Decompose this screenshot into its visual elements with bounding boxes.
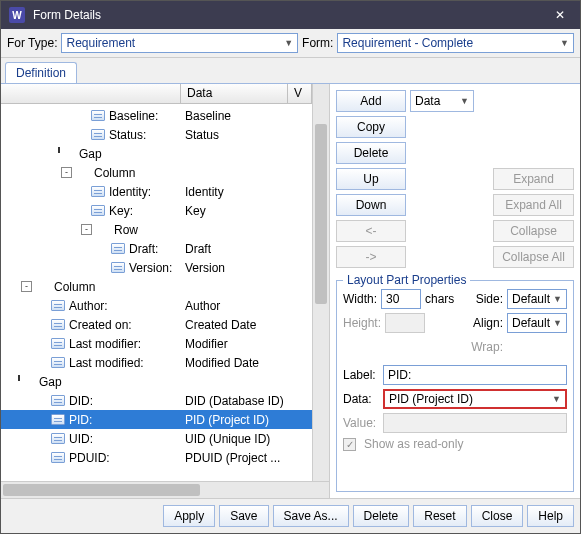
form-combo[interactable]: Requirement - Complete ▼ <box>337 33 574 53</box>
width-input[interactable]: 30 <box>381 289 421 309</box>
close-icon[interactable]: ✕ <box>548 8 572 22</box>
field-icon <box>51 319 65 330</box>
tree-row-data: PID (Project ID) <box>181 413 312 427</box>
tree-row-label: Column <box>94 166 135 180</box>
tree-row-data: Identity <box>181 185 312 199</box>
field-icon <box>51 338 65 349</box>
field-icon <box>51 433 65 444</box>
align-select[interactable]: Default▼ <box>507 313 567 333</box>
tree-row[interactable]: Draft:Draft <box>1 239 312 258</box>
readonly-checkbox: ✓ <box>343 438 356 451</box>
save-button[interactable]: Save <box>219 505 268 527</box>
footer: Apply Save Save As... Delete Reset Close… <box>1 498 580 533</box>
tree-row[interactable]: Version:Version <box>1 258 312 277</box>
tree-row-data: PDUID (Project ... <box>181 451 312 465</box>
tree-row-data: Author <box>181 299 312 313</box>
gap-icon <box>21 376 35 387</box>
for-type-combo[interactable]: Requirement ▼ <box>61 33 298 53</box>
for-type-value: Requirement <box>66 36 135 50</box>
chevron-down-icon: ▼ <box>284 38 293 48</box>
collapse-all-button[interactable]: Collapse All <box>493 246 574 268</box>
move-right-button[interactable]: -> <box>336 246 406 268</box>
tree-header-col1[interactable] <box>1 84 181 103</box>
tree-row[interactable]: -Column <box>1 277 312 296</box>
tree-row[interactable]: PID:PID (Project ID) <box>1 410 312 429</box>
tree-row-label: Last modified: <box>69 356 144 370</box>
field-icon <box>91 186 105 197</box>
expand-button[interactable]: Expand <box>493 168 574 190</box>
save-as-button[interactable]: Save As... <box>273 505 349 527</box>
toolbar: For Type: Requirement ▼ Form: Requiremen… <box>1 29 580 58</box>
apply-button[interactable]: Apply <box>163 505 215 527</box>
field-icon <box>91 129 105 140</box>
height-label: Height: <box>343 316 381 330</box>
tree-row[interactable]: Last modifier:Modifier <box>1 334 312 353</box>
height-input <box>385 313 425 333</box>
tree-row-label: UID: <box>69 432 93 446</box>
tree-row[interactable]: Gap <box>1 372 312 391</box>
row-icon <box>96 224 110 235</box>
tree-body[interactable]: Baseline:BaselineStatus:StatusGap-Column… <box>1 104 312 481</box>
tree-row-label: Last modifier: <box>69 337 141 351</box>
value-input <box>383 413 567 433</box>
tree-row[interactable]: Key:Key <box>1 201 312 220</box>
expand-all-button[interactable]: Expand All <box>493 194 574 216</box>
tree-row[interactable]: -Row <box>1 220 312 239</box>
column-icon <box>36 281 50 292</box>
data-select[interactable]: PID (Project ID)▼ <box>383 389 567 409</box>
field-icon <box>51 357 65 368</box>
tree-row[interactable]: Baseline:Baseline <box>1 106 312 125</box>
tree-row-label: Version: <box>129 261 172 275</box>
tree-row-label: Gap <box>39 375 62 389</box>
reset-button[interactable]: Reset <box>413 505 466 527</box>
tree-row-data: Baseline <box>181 109 312 123</box>
tree-row-label: Key: <box>109 204 133 218</box>
close-button[interactable]: Close <box>471 505 524 527</box>
add-type-select[interactable]: Data ▼ <box>410 90 474 112</box>
add-button[interactable]: Add <box>336 90 406 112</box>
horizontal-scrollbar[interactable] <box>1 481 329 498</box>
form-details-window: W Form Details ✕ For Type: Requirement ▼… <box>0 0 581 534</box>
tab-definition[interactable]: Definition <box>5 62 77 83</box>
tree-row[interactable]: -Column <box>1 163 312 182</box>
field-icon <box>111 262 125 273</box>
collapse-button[interactable]: Collapse <box>493 220 574 242</box>
tree-panel: Data V Baseline:BaselineStatus:StatusGap… <box>1 84 330 498</box>
field-icon <box>51 300 65 311</box>
tree-header-v[interactable]: V <box>288 84 312 103</box>
expand-toggle-icon[interactable]: - <box>21 281 32 292</box>
side-select[interactable]: Default▼ <box>507 289 567 309</box>
tree-row-data: Key <box>181 204 312 218</box>
tree-row[interactable]: PDUID:PDUID (Project ... <box>1 448 312 467</box>
up-button[interactable]: Up <box>336 168 406 190</box>
delete-button-footer[interactable]: Delete <box>353 505 410 527</box>
tree-header-data[interactable]: Data <box>181 84 288 103</box>
tree-row[interactable]: UID:UID (Unique ID) <box>1 429 312 448</box>
expand-toggle-icon[interactable]: - <box>81 224 92 235</box>
tree-row[interactable]: Author:Author <box>1 296 312 315</box>
tree-row-label: Baseline: <box>109 109 158 123</box>
move-left-button[interactable]: <- <box>336 220 406 242</box>
tree-row[interactable]: Gap <box>1 144 312 163</box>
tree-row-data: Version <box>181 261 312 275</box>
down-button[interactable]: Down <box>336 194 406 216</box>
vertical-scrollbar[interactable] <box>312 84 329 481</box>
tree-row[interactable]: DID:DID (Database ID) <box>1 391 312 410</box>
tree-header: Data V <box>1 84 312 104</box>
tree-row-label: DID: <box>69 394 93 408</box>
tree-row-label: Row <box>114 223 138 237</box>
tree-row-data: Modifier <box>181 337 312 351</box>
tree-row[interactable]: Identity:Identity <box>1 182 312 201</box>
delete-button[interactable]: Delete <box>336 142 406 164</box>
tree-row-data: Status <box>181 128 312 142</box>
tree-row[interactable]: Created on:Created Date <box>1 315 312 334</box>
tree-row-label: Author: <box>69 299 108 313</box>
copy-button[interactable]: Copy <box>336 116 406 138</box>
value-label: Value: <box>343 416 379 430</box>
tree-row[interactable]: Status:Status <box>1 125 312 144</box>
column-icon <box>76 167 90 178</box>
help-button[interactable]: Help <box>527 505 574 527</box>
label-input[interactable]: PID: <box>383 365 567 385</box>
tree-row[interactable]: Last modified:Modified Date <box>1 353 312 372</box>
expand-toggle-icon[interactable]: - <box>61 167 72 178</box>
